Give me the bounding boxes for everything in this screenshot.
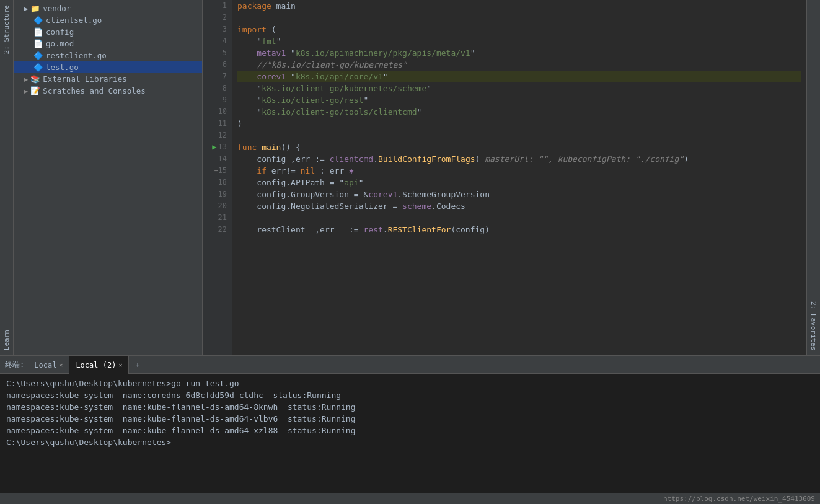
line-number: 5	[205, 47, 227, 59]
code-line: )	[237, 118, 801, 130]
token-plain: "	[383, 71, 388, 82]
token-str: k8s.io/api/core/v1	[296, 71, 383, 82]
code-line: metav1 "k8s.io/apimachinery/pkg/apis/met…	[237, 47, 801, 59]
token-plain: "	[364, 94, 369, 106]
line-number: 12	[205, 130, 227, 141]
terminal-line: C:\Users\qushu\Desktop\kubernetes>go run…	[6, 378, 814, 389]
code-line: config ,err := clientcmd.BuildConfigFrom…	[237, 153, 801, 165]
terminal-tab-local2[interactable]: Local (2) ✕	[69, 356, 129, 374]
code-lines[interactable]: package mainimport ( "fmt" metav1 "k8s.i…	[232, 0, 806, 355]
tree-item-vendor[interactable]: ▶ 📁 vendor	[14, 2, 202, 14]
code-line: restClient ,err := rest.RESTClientFor(co…	[237, 224, 801, 236]
tree-item-test[interactable]: 🔷 test.go	[14, 61, 202, 73]
right-side-tabs: 2: Favorites	[806, 0, 820, 355]
tab-label: Local	[34, 361, 56, 369]
tree-label: config	[46, 27, 74, 37]
token-plain: "	[237, 94, 262, 106]
structure-tab[interactable]: 2: Structure	[1, 0, 12, 59]
terminal-tabs: 终端: Local ✕ Local (2) ✕ +	[0, 356, 820, 374]
line-numbers: 123456789101112▶1314−151819202122	[203, 0, 232, 355]
token-plain: .	[383, 224, 388, 236]
code-content: 123456789101112▶1314−151819202122 packag…	[203, 0, 806, 355]
token-fn: RESTClientFor	[388, 224, 451, 236]
close-tab1[interactable]: ✕	[59, 361, 63, 368]
line-number: 4	[205, 35, 227, 47]
code-line: import (	[237, 24, 801, 35]
token-plain: main	[271, 0, 296, 12]
terminal-label: 终端:	[5, 360, 24, 370]
fold-icon[interactable]: −	[214, 165, 218, 177]
code-line: if err!= nil : err ✱	[237, 165, 801, 177]
tree-item-scratches[interactable]: ▶ 📝 Scratches and Consoles	[14, 85, 202, 97]
token-plain: .SchemeGroupVersion	[397, 188, 490, 200]
token-kw: func	[237, 141, 257, 153]
token-plain: : err	[315, 165, 349, 177]
token-plain	[553, 153, 558, 165]
code-line: config.GroupVersion = &corev1.SchemeGrou…	[237, 188, 801, 200]
left-side-tabs: 2: Structure Learn	[0, 0, 14, 355]
token-plain: "	[417, 106, 422, 118]
tree-item-config[interactable]: 📄 config	[14, 26, 202, 38]
token-plain: "	[286, 71, 296, 82]
file-tree: ▶ 📁 vendor 🔷 clientset.go 📄 config 📄 go.…	[14, 0, 203, 355]
learn-tab[interactable]: Learn	[1, 325, 12, 355]
token-plain: )	[684, 153, 689, 165]
token-plain: (	[267, 24, 276, 35]
favorites-tab[interactable]: 2: Favorites	[808, 296, 819, 355]
token-plain: () {	[281, 141, 300, 153]
token-ref: ✱	[349, 165, 354, 177]
token-plain	[237, 47, 257, 59]
token-ref: rest	[364, 224, 383, 236]
code-line: corev1 "k8s.io/api/core/v1"	[237, 71, 801, 82]
add-terminal-button[interactable]: +	[129, 356, 146, 374]
token-plain: config.APIPath = "	[237, 177, 344, 188]
line-number: 11	[205, 118, 227, 130]
code-line: //"k8s.io/client-go/kubernetes"	[237, 59, 801, 71]
token-ref: clientcmd	[330, 153, 373, 165]
code-line: "k8s.io/client-go/kubernetes/scheme"	[237, 82, 801, 94]
line-number: 22	[205, 224, 227, 236]
tree-label: test.go	[46, 63, 79, 72]
token-ref: corev1	[368, 188, 397, 200]
run-icon[interactable]: ▶	[212, 141, 216, 153]
line-number: 18	[205, 177, 227, 188]
line-number: 6	[205, 59, 227, 71]
footer-link[interactable]: https://blog.csdn.net/weixin_45413609	[663, 495, 815, 503]
line-number: 7	[205, 71, 227, 82]
token-cmt: kubeconfigPath: "./config"	[558, 153, 684, 165]
terminal-content: C:\Users\qushu\Desktop\kubernetes>go run…	[0, 374, 820, 493]
close-tab2[interactable]: ✕	[118, 361, 122, 368]
line-number: −15	[205, 165, 227, 177]
line-number: 9	[205, 94, 227, 106]
tree-item-external[interactable]: ▶ 📚 External Libraries	[14, 73, 202, 85]
token-plain	[237, 165, 257, 177]
token-kw: package	[237, 0, 271, 12]
token-str: api	[344, 177, 358, 188]
code-line: func main() {	[237, 141, 801, 153]
line-number: 3	[205, 24, 227, 35]
folder-icon: ▶	[24, 4, 28, 13]
token-fn: main	[262, 141, 281, 153]
tree-item-clientset[interactable]: 🔷 clientset.go	[14, 14, 202, 26]
code-line	[237, 12, 801, 24]
tree-item-gomod[interactable]: 📄 go.mod	[14, 38, 202, 50]
terminal-area: 终端: Local ✕ Local (2) ✕ + C:\Users\qushu…	[0, 355, 820, 504]
token-kw: nil	[301, 165, 315, 177]
tab-label: Local (2)	[76, 361, 116, 369]
token-plain: "	[237, 106, 262, 118]
terminal-tab-local1[interactable]: Local ✕	[28, 356, 69, 374]
token-cmt: //"k8s.io/client-go/kubernetes"	[237, 59, 407, 71]
line-number: ▶13	[205, 141, 227, 153]
tree-item-restclient[interactable]: 🔷 restclient.go	[14, 50, 202, 61]
code-editor: 123456789101112▶1314−151819202122 packag…	[203, 0, 806, 355]
token-fn: BuildConfigFromFlags	[378, 153, 475, 165]
token-plain: "	[426, 82, 431, 94]
token-str: k8s.io/client-go/rest	[262, 94, 363, 106]
token-str: k8s.io/apimachinery/pkg/apis/meta/v1	[296, 47, 470, 59]
token-plain: .Codecs	[431, 200, 465, 212]
token-plain: config ,err :=	[237, 153, 330, 165]
tree-label: restclient.go	[46, 51, 107, 60]
line-number: 14	[205, 153, 227, 165]
code-line	[237, 130, 801, 141]
tree-label: go.mod	[46, 39, 74, 48]
